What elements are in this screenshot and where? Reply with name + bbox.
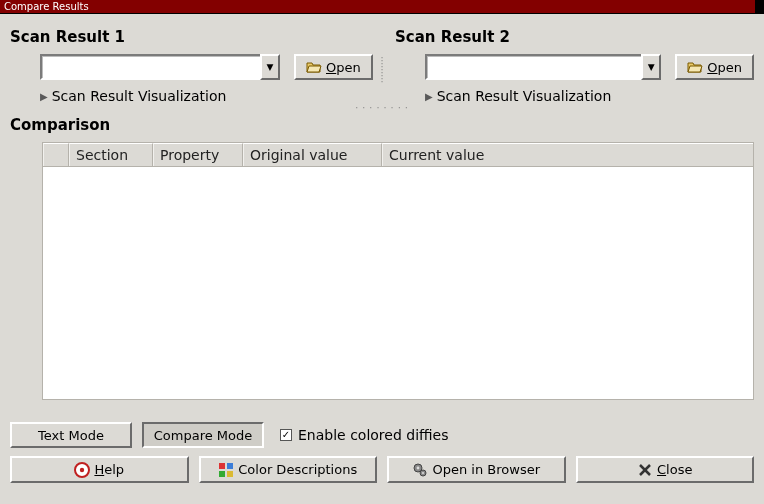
col-current-value[interactable]: Current value — [382, 143, 753, 166]
scan2-visualization-label: Scan Result Visualization — [437, 88, 612, 104]
scan2-open-label: Open — [707, 60, 742, 75]
help-label: Help — [94, 462, 124, 477]
col-property[interactable]: Property — [153, 143, 243, 166]
help-icon — [74, 462, 90, 478]
open-in-browser-button[interactable]: Open in Browser — [387, 456, 566, 483]
scan2-combo[interactable]: ▼ — [425, 54, 661, 80]
enable-colored-diffies-label: Enable colored diffies — [298, 427, 448, 443]
chevron-down-icon: ▼ — [267, 62, 274, 72]
folder-open-icon — [687, 59, 703, 75]
svg-rect-2 — [219, 463, 225, 469]
svg-point-7 — [417, 466, 420, 469]
color-descriptions-button[interactable]: Color Descriptions — [199, 456, 378, 483]
comparison-heading: Comparison — [10, 116, 754, 134]
col-section[interactable]: Section — [69, 143, 153, 166]
folder-open-icon — [306, 59, 322, 75]
color-descriptions-label: Color Descriptions — [238, 462, 357, 477]
scan2-visualization-expander[interactable]: ▶ Scan Result Visualization — [395, 80, 754, 104]
window-titlebar: Compare Results — [0, 0, 764, 14]
open-in-browser-label: Open in Browser — [432, 462, 540, 477]
compare-mode-button[interactable]: Compare Mode — [142, 422, 264, 448]
pane-splitter-horizontal[interactable]: · · · · · · · · — [10, 106, 754, 112]
triangle-right-icon: ▶ — [425, 91, 433, 102]
svg-point-9 — [422, 472, 424, 474]
col-original-value[interactable]: Original value — [243, 143, 382, 166]
scan1-dropdown-button[interactable]: ▼ — [260, 54, 280, 80]
scan2-input[interactable] — [425, 54, 641, 80]
svg-rect-5 — [227, 471, 233, 477]
svg-rect-3 — [227, 463, 233, 469]
close-x-icon — [637, 462, 653, 478]
palette-icon — [218, 462, 234, 478]
scan1-open-button[interactable]: Open — [294, 54, 373, 80]
close-label: Close — [657, 462, 692, 477]
close-button[interactable]: Close — [576, 456, 755, 483]
comparison-table[interactable]: Section Property Original value Current … — [42, 142, 754, 400]
gears-icon — [412, 462, 428, 478]
scan2-open-button[interactable]: Open — [675, 54, 754, 80]
scan-result-2-panel: Scan Result 2 ▼ Open ▶ S — [385, 24, 754, 104]
compare-mode-label: Compare Mode — [154, 428, 253, 443]
scan1-visualization-expander[interactable]: ▶ Scan Result Visualization — [10, 80, 379, 104]
text-mode-label: Text Mode — [38, 428, 104, 443]
checkbox-icon: ✓ — [280, 429, 292, 441]
svg-rect-4 — [219, 471, 225, 477]
text-mode-button[interactable]: Text Mode — [10, 422, 132, 448]
scan2-heading: Scan Result 2 — [395, 28, 754, 46]
scan1-heading: Scan Result 1 — [10, 28, 379, 46]
scan2-dropdown-button[interactable]: ▼ — [641, 54, 661, 80]
scan1-input[interactable] — [40, 54, 260, 80]
triangle-right-icon: ▶ — [40, 91, 48, 102]
enable-colored-diffies-checkbox[interactable]: ✓ Enable colored diffies — [280, 427, 448, 443]
table-header-row: Section Property Original value Current … — [43, 143, 753, 167]
help-button[interactable]: Help — [10, 456, 189, 483]
scan1-open-label: Open — [326, 60, 361, 75]
scan-result-1-panel: Scan Result 1 ▼ Open ▶ S — [10, 24, 379, 104]
scan1-combo[interactable]: ▼ — [40, 54, 280, 80]
chevron-down-icon: ▼ — [648, 62, 655, 72]
col-indicator[interactable] — [43, 143, 69, 166]
scan1-visualization-label: Scan Result Visualization — [52, 88, 227, 104]
window-title: Compare Results — [4, 1, 89, 12]
svg-point-1 — [80, 467, 84, 471]
